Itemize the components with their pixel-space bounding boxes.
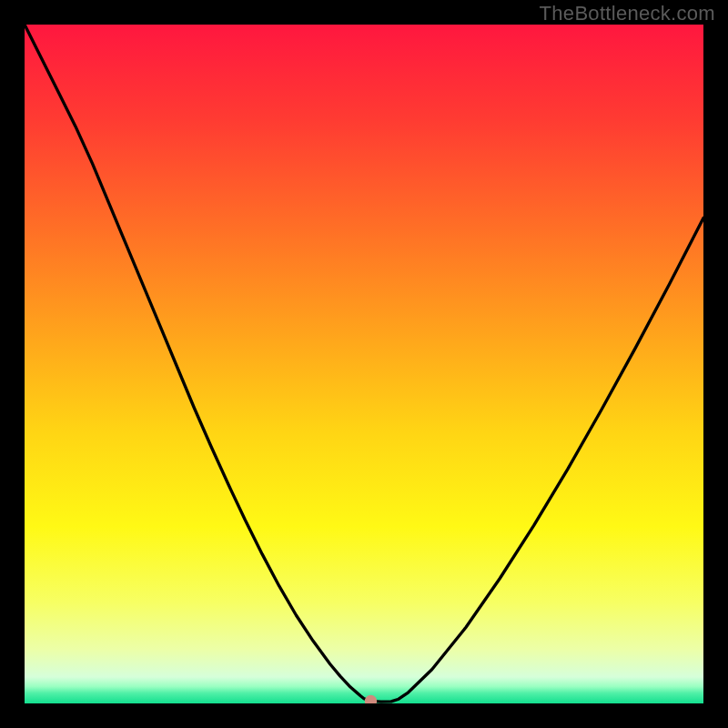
bottleneck-chart	[25, 25, 703, 703]
chart-frame: TheBottleneck.com	[0, 0, 728, 728]
watermark-text: TheBottleneck.com	[540, 2, 715, 25]
chart-background	[25, 25, 703, 703]
